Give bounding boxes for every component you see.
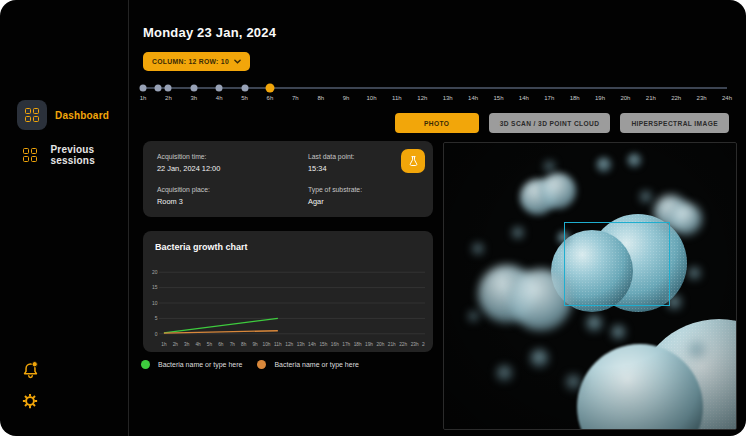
timeline-hour-label: 8h — [317, 95, 324, 101]
grid-size-label: COLUMN: 12 ROW: 10 — [152, 58, 229, 65]
svg-text:10h: 10h — [262, 342, 270, 347]
bacteria-sphere — [627, 153, 642, 168]
chart-title: Bacteria growth chart — [155, 242, 425, 252]
bacteria-sphere — [512, 227, 524, 239]
bacteria-sphere — [586, 315, 603, 332]
sidebar: Dashboard Previous sessions — [0, 0, 129, 436]
timeline-hour-label: 14h — [519, 95, 529, 101]
timeline-hour-labels: 1h2h3h4h5h6h7h8h9h10h11h12h13h14h15h14h1… — [143, 95, 727, 104]
flask-icon — [407, 155, 420, 168]
growth-chart-card: Bacteria growth chart 051015201h2h3h4h5h… — [143, 231, 433, 352]
legend-label: Bacteria name or type here — [274, 361, 358, 368]
tab-3d-scan-3d-point-cloud[interactable]: 3D SCAN / 3D POINT CLOUD — [489, 113, 611, 133]
svg-text:23h: 23h — [411, 342, 419, 347]
svg-text:18h: 18h — [354, 342, 362, 347]
flask-button[interactable] — [401, 149, 425, 173]
bacteria-sphere — [670, 203, 702, 235]
dashboard-grid-icon — [17, 100, 47, 130]
bacteria-sphere — [688, 341, 705, 358]
timeline-dot[interactable] — [190, 84, 197, 91]
info-field-value: Agar — [308, 197, 419, 206]
bacteria-sphere — [468, 311, 479, 322]
svg-text:13h: 13h — [297, 342, 305, 347]
timeline-hour-label: 11h — [392, 95, 402, 101]
bacteria-sphere — [566, 375, 581, 390]
timeline-dot[interactable] — [165, 84, 172, 91]
legend-color-dot — [257, 360, 266, 369]
info-field-label: Type of substrate: — [308, 186, 419, 193]
bacteria-sphere — [640, 191, 652, 203]
timeline-hour-label: 18h — [570, 95, 580, 101]
sidebar-item-label: Previous sessions — [50, 144, 128, 166]
tab-hiperspectral-image[interactable]: HIPERSPECTRAL IMAGE — [620, 113, 729, 133]
info-field-label: Acquisition time: — [157, 153, 308, 160]
svg-text:9h: 9h — [252, 342, 258, 347]
timeline-dot[interactable] — [241, 84, 248, 91]
timeline-hour-label: 1h — [140, 95, 147, 101]
svg-text:8h: 8h — [241, 342, 247, 347]
chevron-down-icon — [234, 59, 241, 64]
sessions-grid-icon — [17, 140, 42, 170]
bacteria-sphere — [496, 365, 513, 382]
svg-text:10: 10 — [152, 301, 158, 306]
bacteria-sphere — [611, 325, 626, 340]
svg-text:3h: 3h — [184, 342, 190, 347]
timeline-dot-active[interactable] — [265, 83, 274, 92]
timeline-dot[interactable] — [155, 84, 162, 91]
legend-item: Bacteria name or type here — [257, 360, 358, 369]
timeline-hour-label: 17h — [544, 95, 554, 101]
timeline-track — [143, 87, 727, 89]
timeline-hour-label: 6h — [267, 95, 274, 101]
timeline-hour-label: 19h — [595, 95, 605, 101]
timeline-hour-label: 22h — [671, 95, 681, 101]
bacteria-photo[interactable] — [443, 142, 737, 430]
timeline-slider[interactable] — [143, 80, 727, 95]
info-field-value: 22 Jan, 2024 12:00 — [157, 164, 308, 173]
svg-text:2h: 2h — [173, 342, 179, 347]
timeline-hour-label: 4h — [216, 95, 223, 101]
notification-bell-icon[interactable] — [20, 360, 41, 381]
svg-text:17h: 17h — [342, 342, 350, 347]
svg-text:24h: 24h — [422, 342, 425, 347]
timeline-dot[interactable] — [140, 84, 147, 91]
timeline-hour-label: 23h — [697, 95, 707, 101]
chart-legend: Bacteria name or type hereBacteria name … — [141, 360, 359, 369]
page-title: Monday 23 Jan, 2024 — [143, 25, 276, 40]
view-tabs: PHOTO3D SCAN / 3D POINT CLOUDHIPERSPECTR… — [443, 113, 729, 133]
timeline-hour-label: 24h — [722, 95, 732, 101]
selection-box[interactable] — [564, 222, 670, 306]
sidebar-item-previous-sessions[interactable]: Previous sessions — [17, 140, 128, 170]
timeline-hour-label: 21h — [646, 95, 656, 101]
svg-text:5: 5 — [155, 316, 158, 321]
svg-text:4h: 4h — [195, 342, 201, 347]
tab-photo[interactable]: PHOTO — [395, 113, 479, 133]
timeline-hour-label: 7h — [292, 95, 299, 101]
svg-text:19h: 19h — [365, 342, 373, 347]
timeline-hour-label: 20h — [620, 95, 630, 101]
legend-color-dot — [141, 360, 150, 369]
app-window: Dashboard Previous sessions Monday 23 Ja… — [0, 0, 746, 436]
svg-text:22h: 22h — [399, 342, 407, 347]
timeline-hour-label: 14h — [468, 95, 478, 101]
svg-text:1h: 1h — [161, 342, 167, 347]
timeline-hour-label: 15h — [493, 95, 503, 101]
acquisition-info-card: Acquisition time:22 Jan, 2024 12:00Last … — [143, 141, 433, 217]
svg-text:15: 15 — [152, 285, 158, 290]
svg-text:0: 0 — [155, 332, 158, 337]
grid-size-dropdown[interactable]: COLUMN: 12 ROW: 10 — [143, 52, 250, 71]
svg-text:20: 20 — [152, 270, 158, 275]
legend-item: Bacteria name or type here — [141, 360, 242, 369]
info-field: Acquisition place:Room 3 — [157, 186, 308, 206]
sidebar-item-label: Dashboard — [55, 110, 109, 121]
bacteria-sphere — [688, 267, 701, 280]
svg-text:11h: 11h — [274, 342, 282, 347]
sidebar-item-dashboard[interactable]: Dashboard — [17, 100, 109, 130]
timeline-dot[interactable] — [216, 84, 223, 91]
svg-text:14h: 14h — [308, 342, 316, 347]
svg-text:12h: 12h — [285, 342, 293, 347]
timeline-hour-label: 13h — [443, 95, 453, 101]
settings-gear-icon[interactable] — [21, 392, 39, 410]
bacteria-sphere — [530, 349, 549, 368]
info-field: Type of substrate:Agar — [308, 186, 419, 206]
bacteria-sphere — [544, 161, 555, 172]
